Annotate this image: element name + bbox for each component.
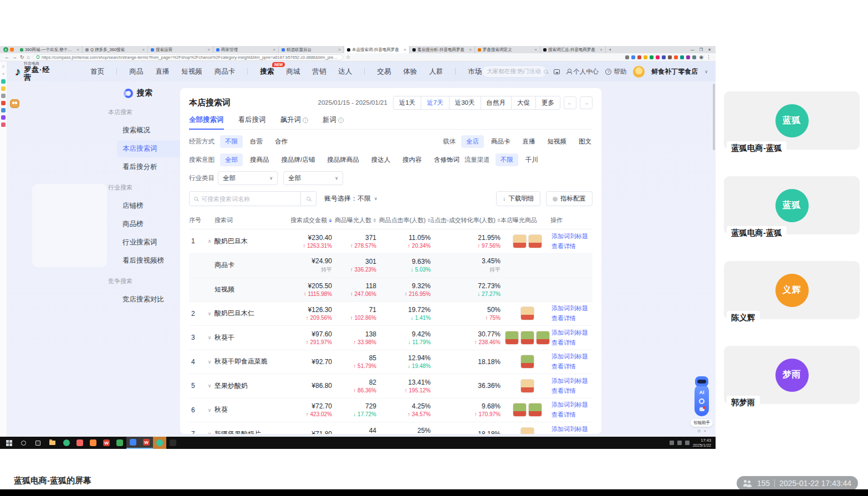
product-thumbnail[interactable] xyxy=(520,427,534,434)
action-link-查看详情[interactable]: 查看详情 xyxy=(552,387,588,395)
date-prev-button[interactable]: ← xyxy=(564,96,576,109)
minimize-icon[interactable]: — xyxy=(691,48,695,52)
browser-tab[interactable]: 搜索运营× xyxy=(148,46,213,53)
page-scrollbar[interactable] xyxy=(713,84,715,150)
product-thumbnail[interactable] xyxy=(536,331,550,345)
tab-close-icon[interactable]: × xyxy=(207,47,210,52)
keyword-search-button[interactable] xyxy=(300,192,316,206)
profile-icon[interactable]: ◉ xyxy=(699,54,703,60)
nav-item-交易[interactable]: 交易 xyxy=(377,67,391,76)
shop-caret-icon[interactable]: ∨ xyxy=(704,69,708,74)
task-view-button[interactable] xyxy=(31,437,44,449)
browser-tab[interactable]: 搜索词汇总-抖音电商罗盘× xyxy=(540,46,606,53)
filter-chip-千川[interactable]: 千川 xyxy=(520,154,543,166)
filter-chip-短视频[interactable]: 短视频 xyxy=(543,135,572,148)
browser-tab[interactable]: 商家管理× xyxy=(213,46,279,53)
product-thumbnail[interactable] xyxy=(520,355,534,369)
browser-tab[interactable]: Q 拼多多_360搜索× xyxy=(83,46,148,53)
extension-icon[interactable] xyxy=(692,55,696,59)
sidebar-item-搜索概况[interactable]: 搜索概况 xyxy=(117,122,181,139)
action-link-添加词到标题[interactable]: 添加词到标题 xyxy=(552,329,588,337)
action-link-查看详情[interactable]: 查看详情 xyxy=(552,242,588,250)
browser-tab[interactable]: 360商城-一个出发,整个世界× xyxy=(17,46,83,53)
filter-chip-全部[interactable]: 全部 xyxy=(220,154,243,166)
nav-item-体验[interactable]: 体验 xyxy=(403,67,417,76)
shop-avatar[interactable] xyxy=(633,66,645,78)
forward-icon[interactable]: → xyxy=(12,54,17,60)
app-wps-2[interactable]: W xyxy=(140,437,153,449)
sidebar-item-本店搜索词[interactable]: 本店搜索词 xyxy=(117,140,181,157)
column-header-搜索成交金额[interactable]: 搜索成交金额 xyxy=(278,212,332,229)
cortana-search-button[interactable] xyxy=(17,437,30,449)
filter-chip-合作[interactable]: 合作 xyxy=(270,135,293,148)
expand-caret-icon[interactable]: ∨ xyxy=(205,302,215,326)
taskbar-clock[interactable]: 17:43 2025/1/22 xyxy=(693,438,711,448)
dock-app-icon[interactable] xyxy=(1,94,6,98)
date-button-大促[interactable]: 大促 xyxy=(512,96,536,109)
action-link-添加词到标题[interactable]: 添加词到标题 xyxy=(552,232,588,241)
extension-icon[interactable] xyxy=(662,55,666,59)
action-link-添加词到标题[interactable]: 添加词到标题 xyxy=(552,352,588,361)
extension-icon[interactable] xyxy=(674,55,678,59)
action-link-添加词到标题[interactable]: 添加词到标题 xyxy=(552,425,588,433)
shop-name[interactable]: 鲜食补丁零食店 xyxy=(651,67,698,76)
tab-close-icon[interactable]: × xyxy=(469,47,472,52)
filter-chip-搜商品[interactable]: 搜商品 xyxy=(245,154,274,166)
app-green-grid[interactable] xyxy=(113,437,126,449)
tab-close-icon[interactable]: × xyxy=(404,47,406,52)
product-thumbnail[interactable] xyxy=(528,234,542,248)
tab-close-icon[interactable]: × xyxy=(338,47,341,52)
expand-caret-icon[interactable]: ∧ xyxy=(205,229,215,253)
ai-assistant-widget[interactable]: AI 智能助手 ⊙ × xyxy=(692,376,711,433)
start-button[interactable] xyxy=(2,437,16,449)
product-thumbnail[interactable] xyxy=(505,331,519,345)
product-thumbnail[interactable] xyxy=(520,379,534,393)
app-meeting[interactable] xyxy=(153,437,166,449)
action-link-添加词到标题[interactable]: 添加词到标题 xyxy=(552,377,588,385)
sidebar-item-看后搜分析[interactable]: 看后搜分析 xyxy=(117,158,181,176)
file-explorer-button[interactable] xyxy=(45,437,59,449)
action-link-添加词到标题[interactable]: 添加词到标题 xyxy=(552,304,588,313)
tab-close-icon[interactable]: × xyxy=(534,47,537,52)
browser-tab[interactable]: 看后搜分析-抖音电商罗盘× xyxy=(410,46,475,53)
date-button-近1天[interactable]: 近1天 xyxy=(394,96,421,109)
filter-chip-搜达人[interactable]: 搜达人 xyxy=(366,154,396,166)
keyword-search-input[interactable] xyxy=(198,196,300,202)
dock-app-icon[interactable] xyxy=(1,122,6,127)
dock-app-icon[interactable] xyxy=(1,86,6,91)
ai-hint-pill[interactable]: 智能助手 xyxy=(691,419,713,427)
extension-icon[interactable] xyxy=(680,55,684,59)
dock-app-icon[interactable] xyxy=(1,101,6,105)
nav-item-市场[interactable]: 市场 xyxy=(468,67,482,76)
ai-settings-icon[interactable]: ⊙ xyxy=(697,428,701,433)
dock-app-icon[interactable] xyxy=(1,115,6,120)
nav-item-搜索[interactable]: 搜索NEW xyxy=(260,67,274,76)
category-select[interactable]: 全部∨ xyxy=(218,171,278,185)
dock-app-icon[interactable] xyxy=(1,79,6,84)
filter-chip-全店[interactable]: 全店 xyxy=(461,135,484,148)
nav-item-商品卡[interactable]: 商品卡 xyxy=(215,67,236,76)
tray-icon[interactable] xyxy=(685,441,690,445)
dock-app-icon[interactable] xyxy=(1,108,6,113)
dock-collapse-icon[interactable]: ⌂ xyxy=(2,64,5,69)
extension-icon[interactable] xyxy=(650,55,653,59)
tab-close-icon[interactable]: × xyxy=(273,47,275,52)
action-link-查看详情[interactable]: 查看详情 xyxy=(552,362,588,371)
search-icon[interactable] xyxy=(544,70,548,74)
account-select[interactable]: 账号选择：不限 ∨ xyxy=(324,194,377,203)
close-icon[interactable]: ✕ xyxy=(708,48,711,52)
browser-tab[interactable]: 精选联盟后台× xyxy=(279,46,344,53)
tab-看后搜词[interactable]: 看后搜词 xyxy=(238,115,266,129)
filter-chip-搜内容[interactable]: 搜内容 xyxy=(397,154,427,166)
filter-chip-含修饰词[interactable]: 含修饰词 xyxy=(429,154,464,166)
column-header-商品曝光人数[interactable]: 商品曝光人数 xyxy=(332,212,376,229)
product-thumbnail[interactable] xyxy=(520,331,534,345)
action-link-添加词到标题[interactable]: 添加词到标题 xyxy=(552,401,588,409)
extension-icon[interactable] xyxy=(637,55,641,59)
global-search-box[interactable]: 大家都在搜:热门活动 xyxy=(482,65,547,78)
home-icon[interactable]: ⌂ xyxy=(27,54,30,60)
extension-icon[interactable] xyxy=(686,55,690,59)
dock-add-icon[interactable]: + xyxy=(2,71,5,76)
filter-chip-自营[interactable]: 自营 xyxy=(245,135,268,148)
tab-close-icon[interactable]: × xyxy=(76,47,79,52)
